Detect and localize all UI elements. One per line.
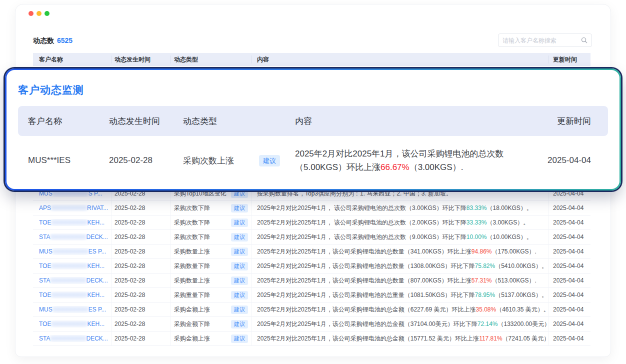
customer-name-redacted: XXXXXXXXX <box>51 292 87 298</box>
close-button-icon[interactable] <box>28 11 34 16</box>
event-type: 采购次数上涨 <box>183 155 259 166</box>
customer-name-link[interactable]: MUSXXXXXXXXXES P... <box>39 306 106 313</box>
event-type-label: 采购数量下降 <box>174 262 210 270</box>
update-date-cell: 2025-04-04 <box>549 201 590 215</box>
customer-name-redacted: XXXXXXXXX <box>50 335 86 342</box>
customer-name-link[interactable]: STAXXXXXXXXXDECK... <box>39 277 108 284</box>
toolbar: 动态数6525 <box>33 34 592 48</box>
customer-name-cell: TOEXXXXXXXXXKEH... <box>33 317 112 331</box>
customer-name-prefix: APS <box>39 204 51 212</box>
event-type-label: 采购Top10地区变化 <box>174 190 226 198</box>
customer-name-link[interactable]: TOEXXXXXXXXXKEH... <box>39 219 104 226</box>
card-table-header: 客户名称 动态发生时间 动态类型 内容 更新时间 <box>18 106 608 136</box>
content-cell: 2025年2月对比2025年1月，该公司采购锂电池的总数量（341.00KGS）… <box>252 244 549 258</box>
event-type-cell: 采购数量上涨 建议 <box>170 244 252 258</box>
event-type-label: 采购次数下降 <box>174 233 210 242</box>
content-cell: 2025年2月对比2025年1月，该公司采购锂电池的总金额（37104.00美元… <box>252 317 549 331</box>
customer-name-redacted: XXXXXXXXX <box>51 204 87 212</box>
card-table-row: MUS***IES 2025-02-28 采购次数上涨 建议 2025年2月对比… <box>18 136 608 185</box>
table-row: MUSXXXXXXXXXES P... 2025-02-28 采购金额上涨 建议… <box>33 302 590 317</box>
table-row: TOEXXXXXXXXXKEH... 2025-02-28 采购次数下降 建议 … <box>33 216 590 230</box>
header-event-type: 动态类型 <box>170 56 252 64</box>
content-cell: 2025年2月对比2025年1月，该公司采购锂电池的总金额（6227.69 美元… <box>252 302 549 316</box>
event-type-cell: 采购数量下降 建议 <box>170 259 252 273</box>
table-row: STAXXXXXXXXXDECK... 2025-02-28 采购金额上涨 建议… <box>33 332 590 346</box>
screen: 动态数6525 客户名称 动态发生时间 动态类型 内容 更新时间 MUSX <box>0 0 626 364</box>
customer-name-cell: APSXXXXXXXXXRIVAT... <box>33 201 112 215</box>
event-type-cell: 采购次数下降 建议 <box>170 216 252 230</box>
event-type-label: 采购重量下降 <box>174 291 210 300</box>
content-cell: 2025年2月对比2025年1月，该公司采购锂电池的总重量（1081.50KGS… <box>252 288 549 302</box>
event-type-cell: 采购金额下降 建议 <box>170 317 252 331</box>
update-date-cell: 2025-04-04 <box>549 274 590 288</box>
update-date-cell: 2025-04-04 <box>549 332 590 346</box>
event-date-cell: 2025-02-28 <box>112 201 170 215</box>
event-type-cell: 采购次数下降 建议 <box>170 230 252 244</box>
event-type-label: 采购次数下降 <box>174 218 210 227</box>
update-date-cell: 2025-04-04 <box>549 317 590 331</box>
dynamics-count-label: 动态数 <box>33 36 54 44</box>
customer-name-suffix: KEH... <box>88 292 105 298</box>
header-update-date: 更新时间 <box>549 56 590 64</box>
content-percent: 75.82% <box>474 262 495 270</box>
customer-name-prefix: MUS <box>39 306 52 313</box>
customer-name-link[interactable]: STAXXXXXXXXXDECK... <box>39 335 108 342</box>
customer-name-link[interactable]: STAXXXXXXXXXDECK... <box>39 234 108 240</box>
customer-name-link[interactable]: APSXXXXXXXXXRIVAT... <box>39 204 108 212</box>
search-input[interactable] <box>502 37 581 44</box>
suggestion-badge: 建议 <box>231 334 248 343</box>
content-text-pre: 2025年2月对比2025年1月，该公司采购锂电池的总金额（37104.00美元… <box>257 320 478 328</box>
card-title: 客户动态监测 <box>18 83 608 97</box>
event-date-cell: 2025-02-28 <box>112 288 170 302</box>
suggestion-badge: 建议 <box>231 218 248 227</box>
customer-name-prefix: TOE <box>39 219 51 226</box>
header-customer-name: 客户名称 <box>33 56 112 64</box>
search-icon[interactable] <box>581 37 588 44</box>
event-type-cell: 采购重量下降 建议 <box>170 288 252 302</box>
customer-name-prefix: MUS <box>39 248 52 255</box>
card-body: 客户动态监测 客户名称 动态发生时间 动态类型 内容 更新时间 MUS***IE… <box>6 70 620 189</box>
customer-dynamics-monitor-card: 客户动态监测 客户名称 动态发生时间 动态类型 内容 更新时间 MUS***IE… <box>5 68 621 190</box>
customer-name-link[interactable]: TOEXXXXXXXXXKEH... <box>39 320 104 328</box>
customer-name-prefix: TOE <box>39 292 51 298</box>
event-type-cell: 采购次数下降 建议 <box>170 201 252 215</box>
content-text-post: （7241.05 美元）。 <box>502 334 549 343</box>
customer-name-link[interactable]: MUSXXXXXXXXXES P... <box>39 248 106 255</box>
content-text-pre: 2025年2月对比2025年1月，该公司采购锂电池的总数量（807.00KGS）… <box>257 276 472 285</box>
content-cell: 2025年2月对比2025年1月，该公司采购锂电池的总金额（15771.52 美… <box>252 332 549 346</box>
suggestion-badge: 建议 <box>231 320 248 328</box>
event-type-label: 采购金额上涨 <box>174 306 210 314</box>
customer-name-cell: TOEXXXXXXXXXKEH... <box>33 216 112 230</box>
customer-name-redacted: XXXXXXXXX <box>50 277 86 284</box>
content-cell: 2025年2月对比2025年1月，该公司采购锂电池的总数量（1308.00KGS… <box>252 259 549 273</box>
customer-name-suffix: KEH... <box>88 320 105 328</box>
event-date-cell: 2025-02-28 <box>112 274 170 288</box>
update-date: 2025-04-04 <box>545 156 591 166</box>
header-content: 内容 <box>295 116 545 127</box>
minimize-button-icon[interactable] <box>36 11 42 16</box>
content-text-pre: 2025年2月对比2025年1月，该公司采购锂电池的总重量（1081.50KGS… <box>257 291 474 300</box>
suggestion-badge: 建议 <box>231 276 248 285</box>
table-row: TOEXXXXXXXXXKEH... 2025-02-28 采购重量下降 建议 … <box>33 288 590 302</box>
table-row: APSXXXXXXXXXRIVAT... 2025-02-28 采购次数下降 建… <box>33 201 590 216</box>
event-date-cell: 2025-02-28 <box>112 216 170 230</box>
suggestion-badge: 建议 <box>231 233 248 242</box>
customer-name-prefix: STA <box>39 277 50 284</box>
content-text-post: （3.00KGS）。 <box>486 218 529 227</box>
content-text-pre: 2025年2月对比2025年1月，该公司采购锂电池的总数量（1308.00KGS… <box>257 262 474 270</box>
customer-name-redacted: XXXXXXXXX <box>51 320 87 328</box>
update-date-cell: 2025-04-04 <box>549 230 590 244</box>
customer-name-link[interactable]: TOEXXXXXXXXXKEH... <box>39 262 104 270</box>
content-text-pre: 按采购数量排名，Top3供应商分别为：1. 马来西亚；2. 中国；3. 新加坡。 <box>257 190 452 198</box>
content-percent: 10.00% <box>466 234 487 240</box>
customer-name-link[interactable]: MUSXXXXXXXXXS P... <box>39 190 102 197</box>
content-text-post: （513.00KGS）. <box>492 276 536 285</box>
customer-name-redacted: XXXXXXXXX <box>52 248 88 255</box>
event-date-cell: 2025-02-28 <box>112 244 170 258</box>
customer-name-cell: TOEXXXXXXXXXKEH... <box>33 259 112 273</box>
suggestion-badge: 建议 <box>231 248 248 256</box>
customer-name-link[interactable]: TOEXXXXXXXXXKEH... <box>39 292 104 298</box>
zoom-button-icon[interactable] <box>44 11 50 16</box>
event-type-cell: 采购金额上涨 建议 <box>170 332 252 346</box>
event-date-cell: 2025-02-28 <box>112 317 170 331</box>
